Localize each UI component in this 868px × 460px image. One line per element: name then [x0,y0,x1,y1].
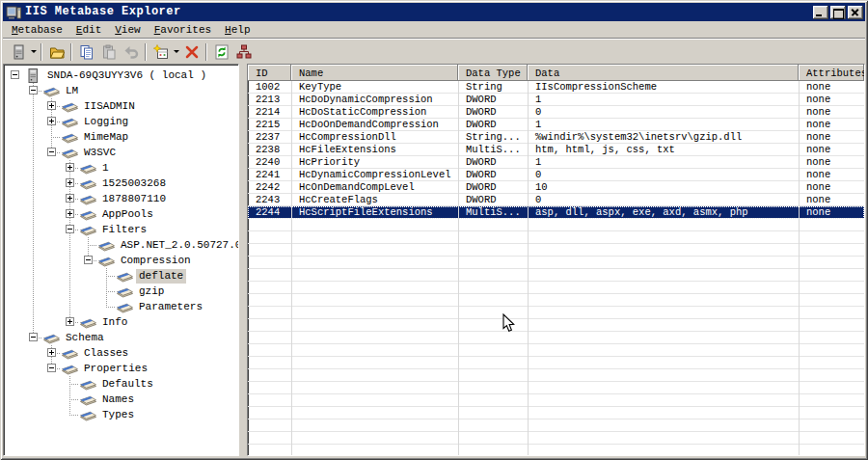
tree-guide [24,314,42,330]
expander-plus-icon[interactable] [66,194,74,203]
list-body: 1002KeyTypeStringIIsCompressionSchemenon… [248,81,864,455]
tree-item-label: Properties [81,362,150,376]
delete-button[interactable] [180,41,203,63]
table-cell: 1 [528,94,799,105]
expander-minus-icon[interactable] [47,364,56,372]
tree-guide [6,237,24,253]
table-row[interactable]: 2240HcPriorityDWORD1none [248,156,864,169]
table-row[interactable]: 2243HcCreateFlagsDWORD0none [248,194,864,206]
app-window: IIS Metabase Explorer MetabaseEditViewFa… [0,0,868,460]
expander-plus-icon[interactable] [66,317,74,326]
expander-plus-icon[interactable] [47,348,56,357]
tree-item-types[interactable]: Types [6,407,238,422]
list-header: IDNameData TypeDataAttributes [248,65,864,81]
tree-item-1878807110[interactable]: 1878807110 [6,191,238,206]
tree-connector [24,83,42,98]
table-row[interactable]: 2214HcDoStaticCompressionDWORD0none [248,106,864,119]
expander-minus-icon[interactable] [29,86,38,95]
tree-item-compression[interactable]: Compression [6,253,238,268]
tree-guide [24,114,42,129]
tree-view-button[interactable] [232,41,255,63]
menu-metabase[interactable]: Metabase [5,22,69,39]
expander-minus-icon[interactable] [29,333,38,341]
key-icon [116,268,136,284]
tree-item-defaults[interactable]: Defaults [6,376,238,392]
tree-item-lm[interactable]: LM [6,83,238,98]
tree-item-label: Defaults [99,377,156,392]
menu-favorites[interactable]: Favorites [148,22,218,39]
copy-button[interactable] [75,41,97,63]
expander-minus-icon[interactable] [84,256,93,264]
column-header-id[interactable]: ID [248,65,291,81]
connect-button[interactable] [7,41,29,63]
menu-view[interactable]: View [108,22,147,39]
column-header-data[interactable]: Data [528,65,799,81]
undo-button[interactable] [120,41,142,63]
expander-plus-icon[interactable] [66,163,74,172]
tree-item-classes[interactable]: Classes [6,345,238,361]
list-panel: IDNameData TypeDataAttributes 1002KeyTyp… [247,64,865,456]
column-header-name[interactable]: Name [291,65,458,81]
dropdown-caret[interactable] [29,41,38,63]
table-cell: none [799,169,864,180]
tree-item-names[interactable]: Names [6,392,238,407]
tree-guide [6,206,24,222]
close-button[interactable] [848,6,863,19]
expander-minus-icon[interactable] [47,148,56,156]
tree-item-1[interactable]: 1 [6,160,238,176]
tree-item-w3svc[interactable]: W3SVC [6,145,238,160]
paste-button[interactable] [97,41,120,63]
tree-guide [42,299,61,314]
table-row[interactable]: 2215HcDoOnDemandCompressionDWORD1none [248,119,864,131]
tree-item-filters[interactable]: Filters [6,222,238,237]
tree-item-parameters[interactable]: Parameters [6,299,238,314]
tree-item-asp-net-2-0-50727-0[interactable]: ASP.NET_2.0.50727.0 [6,237,238,253]
new-key-button[interactable] [149,41,172,63]
panel-splitter[interactable] [239,64,247,456]
dropdown-caret[interactable] [172,41,180,63]
table-row[interactable]: 2237HcCompressionDllString...%windir%\sy… [248,131,864,144]
tree-connector [61,314,79,330]
expander-minus-icon[interactable] [11,70,19,79]
tree-guide [42,376,61,392]
expander-minus-icon[interactable] [66,225,74,233]
tree-connector [24,330,42,345]
table-row[interactable]: 2244HcScriptFileExtensionsMultiS...asp, … [248,206,864,219]
menu-help[interactable]: Help [218,22,257,39]
expander-plus-icon[interactable] [47,101,56,110]
tree-item-label: Classes [81,346,131,361]
tree-guide [6,330,24,345]
tree-item-properties[interactable]: Properties [6,361,238,376]
table-row[interactable]: 2238HcFileExtensionsMultiS...htm, html, … [248,144,864,156]
table-row[interactable]: 2241HcDynamicCompressionLevelDWORD0none [248,169,864,181]
tree-item-1525003268[interactable]: 1525003268 [6,176,238,191]
minimize-button[interactable] [813,6,828,19]
tree-guide [24,361,42,376]
column-header-data-type[interactable]: Data Type [458,65,528,81]
maximize-button[interactable] [830,6,846,19]
table-row[interactable]: 2213HcDoDynamicCompressionDWORD1none [248,94,864,106]
expander-plus-icon[interactable] [66,209,74,218]
table-cell: none [799,194,864,205]
tree-item-deflate[interactable]: deflate [6,268,238,284]
toolbar-separator [205,43,207,61]
expander-plus-icon[interactable] [47,117,56,125]
expander-plus-icon[interactable] [66,178,74,187]
tree-guide [24,253,42,268]
tree-item-snda-69q3uyy3v6-local[interactable]: SNDA-69Q3UYY3V6 ( local ) [6,68,238,83]
tree-item-logging[interactable]: Logging [6,114,238,129]
menu-edit[interactable]: Edit [69,22,108,39]
tree-item-info[interactable]: Info [6,314,238,330]
column-header-attributes[interactable]: Attributes [799,65,864,81]
tree-item-gzip[interactable]: gzip [6,284,238,299]
tree-item-apppools[interactable]: AppPools [6,206,238,222]
table-row[interactable]: 1002KeyTypeStringIIsCompressionSchemenon… [248,81,864,94]
tree-item-iisadmin[interactable]: IISADMIN [6,98,238,114]
open-button[interactable] [45,41,68,63]
tree-item-mimemap[interactable]: MimeMap [6,129,238,145]
table-row[interactable]: 2242HcOnDemandCompLevelDWORD10none [248,181,864,194]
tree-guide [42,284,61,299]
tree-item-schema[interactable]: Schema [6,330,238,345]
tree-item-label: Types [99,408,137,422]
refresh-button[interactable] [210,41,232,63]
